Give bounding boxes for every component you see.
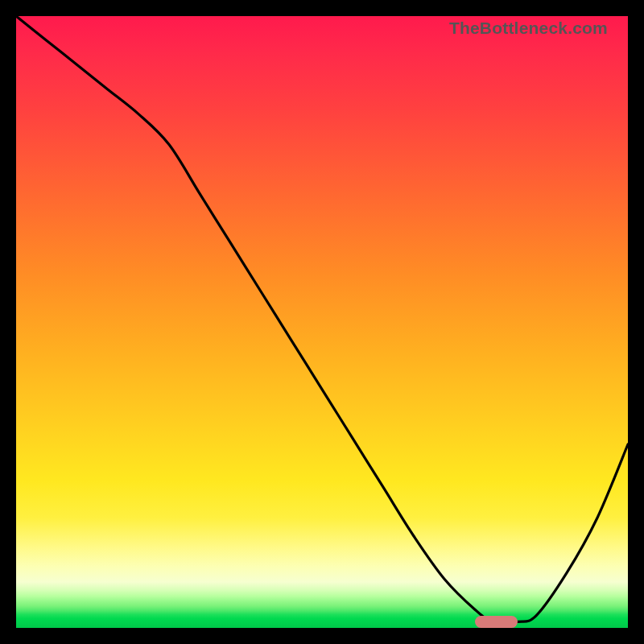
plot-area: TheBottleneck.com [16,16,628,628]
bottleneck-curve [16,16,628,628]
chart-frame: TheBottleneck.com [0,0,644,644]
curve-path [16,16,628,623]
optimal-range-highlight [475,616,518,628]
